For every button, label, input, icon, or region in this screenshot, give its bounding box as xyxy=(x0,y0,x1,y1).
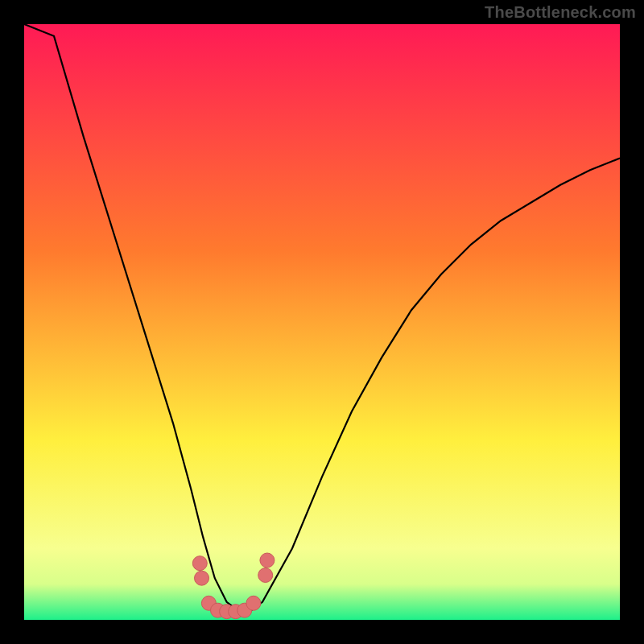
curve-marker xyxy=(258,568,273,583)
curve-marker xyxy=(192,556,207,571)
bottleneck-chart xyxy=(0,0,644,644)
watermark-text: TheBottleneck.com xyxy=(485,3,636,22)
chart-stage: TheBottleneck.com xyxy=(0,0,644,644)
plot-background xyxy=(24,24,620,620)
curve-marker xyxy=(195,571,209,585)
curve-marker xyxy=(246,596,261,610)
curve-marker xyxy=(260,553,275,568)
